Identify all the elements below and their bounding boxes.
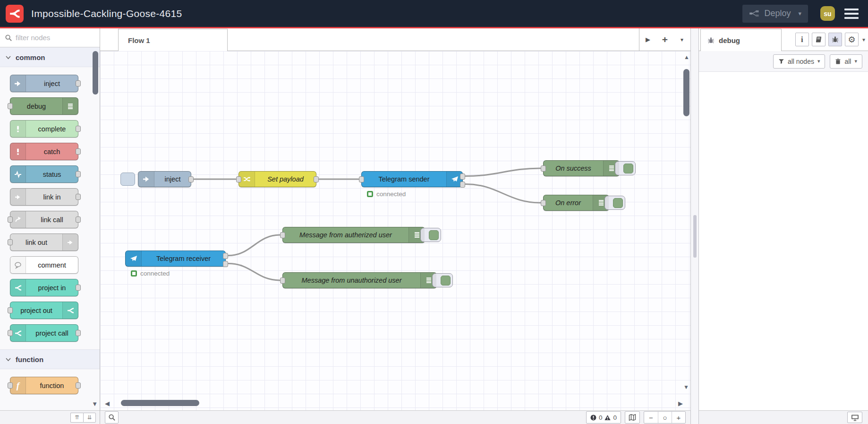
output-port[interactable] bbox=[188, 176, 194, 182]
input-port[interactable] bbox=[280, 232, 285, 238]
tab-debug[interactable]: debug bbox=[700, 29, 782, 51]
palette-category-function[interactable]: function bbox=[0, 349, 100, 369]
flow-node-sender[interactable]: Telegram sender bbox=[361, 171, 463, 187]
debug-tab-button[interactable] bbox=[828, 33, 842, 46]
main-menu-button[interactable] bbox=[844, 9, 859, 19]
shuffle-icon bbox=[243, 175, 251, 183]
input-port[interactable] bbox=[541, 200, 546, 206]
flow-node-receiver[interactable]: Telegram receiver bbox=[125, 251, 226, 267]
flow-node-set[interactable]: Set payload bbox=[238, 171, 316, 187]
output-port-2[interactable] bbox=[223, 261, 228, 267]
output-port-1[interactable] bbox=[460, 173, 465, 180]
palette-scrollbar-thumb[interactable] bbox=[93, 51, 98, 95]
canvas-horizontal-scrollbar-thumb[interactable] bbox=[121, 400, 199, 406]
input-port[interactable] bbox=[8, 382, 13, 389]
palette-node-project-call[interactable]: project call bbox=[10, 324, 78, 342]
palette-node-link-call[interactable]: link call bbox=[10, 211, 78, 228]
output-port[interactable] bbox=[76, 382, 81, 389]
canvas-vertical-scrollbar-thumb[interactable] bbox=[683, 69, 689, 116]
debug-sidebar: debug i ⚙ ▾ bbox=[699, 28, 868, 424]
output-port[interactable] bbox=[76, 80, 81, 87]
flow-node-inject[interactable]: inject bbox=[138, 171, 191, 187]
palette-node-complete[interactable]: complete bbox=[10, 120, 78, 138]
input-port[interactable] bbox=[8, 103, 13, 109]
flow-node-error[interactable]: On error bbox=[543, 195, 609, 211]
input-port[interactable] bbox=[236, 176, 241, 182]
splitter-scrollbar-thumb[interactable] bbox=[693, 215, 697, 258]
palette-category-common[interactable]: common bbox=[0, 47, 100, 67]
palette-node-link-in[interactable]: link in bbox=[10, 188, 78, 206]
canvas-scroll-down-icon[interactable]: ▼ bbox=[683, 384, 689, 390]
input-port[interactable] bbox=[280, 277, 285, 284]
palette-node-status[interactable]: status bbox=[10, 165, 78, 183]
flow-node-unauth[interactable]: Message from unauthorized user bbox=[282, 272, 437, 288]
palette-node-project-in[interactable]: project in bbox=[10, 279, 78, 296]
output-port[interactable] bbox=[76, 330, 81, 336]
canvas-scroll-right-icon[interactable]: ▶ bbox=[678, 400, 683, 407]
debug-clear-button[interactable]: all ▾ bbox=[830, 54, 862, 69]
user-avatar[interactable]: su bbox=[820, 6, 835, 21]
sidebar-tabs-chevron-icon[interactable]: ▾ bbox=[862, 36, 865, 43]
palette-scroll-down-icon[interactable]: ▼ bbox=[92, 400, 98, 407]
palette-node-catch[interactable]: catch bbox=[10, 143, 78, 160]
funnel-icon bbox=[778, 58, 784, 65]
debug-filter-button[interactable]: all nodes ▾ bbox=[773, 54, 825, 69]
tab-scroll-right-icon[interactable]: ▶ bbox=[639, 36, 656, 43]
sidebar-splitter[interactable] bbox=[690, 28, 699, 424]
output-port[interactable] bbox=[76, 216, 81, 223]
input-port[interactable] bbox=[359, 176, 364, 182]
input-port[interactable] bbox=[8, 239, 13, 245]
output-port[interactable] bbox=[76, 148, 81, 155]
pulse-icon bbox=[14, 171, 22, 178]
input-port[interactable] bbox=[8, 307, 13, 313]
canvas-scroll-up-icon[interactable]: ▲ bbox=[684, 54, 689, 61]
node-label: comment bbox=[26, 257, 78, 273]
output-port[interactable] bbox=[76, 126, 81, 132]
navigator-button[interactable] bbox=[625, 411, 640, 424]
zoom-in-button[interactable]: + bbox=[672, 412, 685, 423]
flow-canvas[interactable]: injectSet payloadTelegram senderconnecte… bbox=[100, 51, 690, 410]
palette-node-link-out[interactable]: link out bbox=[10, 234, 78, 251]
input-port[interactable] bbox=[541, 165, 546, 172]
expand-all-button[interactable]: ⇊ bbox=[83, 413, 96, 423]
filter-nodes-input[interactable] bbox=[16, 34, 86, 42]
palette-node-comment[interactable]: comment bbox=[10, 256, 78, 274]
canvas-scroll-left-icon[interactable]: ◀ bbox=[105, 400, 110, 407]
wire[interactable] bbox=[229, 235, 280, 256]
zoom-reset-button[interactable]: ○ bbox=[658, 412, 672, 423]
flow-node-success[interactable]: On success bbox=[543, 160, 620, 176]
help-tab-button[interactable] bbox=[812, 33, 825, 46]
palette-node-inject[interactable]: inject bbox=[10, 75, 78, 92]
notification-counts[interactable]: 0 0 bbox=[586, 411, 621, 424]
node-label: debug bbox=[10, 98, 62, 114]
wire[interactable] bbox=[466, 168, 540, 176]
add-flow-button[interactable]: + bbox=[656, 34, 673, 45]
wire[interactable] bbox=[466, 184, 540, 203]
tab-flow-1[interactable]: Flow 1 bbox=[118, 29, 228, 51]
canvas-search-button[interactable] bbox=[105, 411, 119, 424]
output-port-2[interactable] bbox=[460, 182, 465, 188]
flow-list-chevron-icon[interactable]: ▾ bbox=[673, 36, 690, 43]
node-label: complete bbox=[26, 121, 78, 137]
palette-node-project-out[interactable]: project out bbox=[10, 302, 78, 319]
config-tab-button[interactable]: ⚙ bbox=[845, 33, 859, 46]
open-debug-window-button[interactable] bbox=[847, 412, 862, 423]
output-port[interactable] bbox=[76, 285, 81, 291]
info-tab-button[interactable]: i bbox=[795, 33, 809, 46]
output-port[interactable] bbox=[76, 171, 81, 177]
input-port[interactable] bbox=[8, 216, 13, 223]
output-port[interactable] bbox=[76, 194, 81, 200]
wire[interactable] bbox=[229, 264, 280, 281]
zoom-out-button[interactable]: − bbox=[644, 412, 658, 423]
collapse-all-button[interactable]: ⇈ bbox=[70, 413, 83, 423]
deploy-button[interactable]: Deploy ▾ bbox=[742, 5, 808, 23]
deploy-options-chevron-icon[interactable]: ▾ bbox=[798, 10, 801, 17]
inject-trigger-button[interactable] bbox=[120, 173, 135, 186]
input-port[interactable] bbox=[8, 330, 13, 336]
output-port[interactable] bbox=[314, 176, 319, 182]
node-icon-box bbox=[62, 234, 78, 251]
flow-node-auth[interactable]: Message from autherized user bbox=[282, 227, 425, 243]
palette-node-function[interactable]: ffunction bbox=[10, 377, 78, 394]
palette-node-debug[interactable]: debug bbox=[10, 97, 78, 115]
output-port-1[interactable] bbox=[223, 253, 228, 259]
